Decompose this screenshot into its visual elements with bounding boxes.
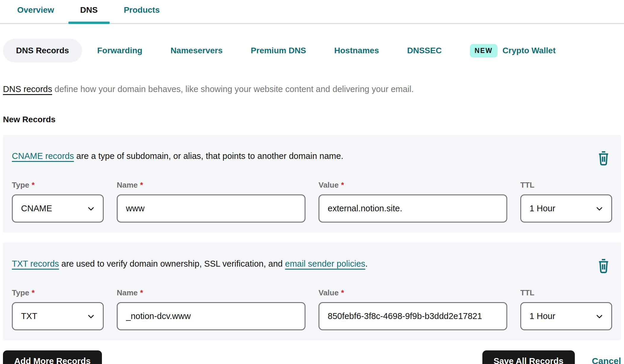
name-input[interactable] xyxy=(117,194,305,223)
dns-intro-text: DNS records define how your domain behav… xyxy=(3,84,624,94)
new-badge: NEW xyxy=(470,44,497,57)
trash-icon xyxy=(597,258,610,274)
subnav-item-forwarding[interactable]: Forwarding xyxy=(97,46,142,55)
ttl-select-value: 1 Hour xyxy=(529,311,555,321)
txt-description-period: . xyxy=(365,259,368,268)
trash-icon xyxy=(597,150,610,166)
txt-records-link[interactable]: TXT records xyxy=(12,259,59,268)
value-label: Value* xyxy=(319,181,507,190)
tab-dns[interactable]: DNS xyxy=(67,0,111,23)
form-actions: Add More Records Save All Records Cancel xyxy=(3,350,621,364)
dns-subnav: DNS Records Forwarding Nameservers Premi… xyxy=(3,39,624,62)
subnav-item-crypto-wallet-label: Crypto Wallet xyxy=(503,46,556,55)
type-label: Type* xyxy=(12,288,104,297)
cancel-button[interactable]: Cancel xyxy=(592,356,621,364)
dns-intro-rest: define how your domain behaves, like sho… xyxy=(52,84,414,94)
required-marker: * xyxy=(32,181,35,189)
type-select-value: CNAME xyxy=(21,204,52,213)
ttl-label: TTL xyxy=(520,181,612,190)
ttl-label: TTL xyxy=(520,288,612,297)
add-more-records-button[interactable]: Add More Records xyxy=(3,350,102,364)
subnav-item-premium-dns[interactable]: Premium DNS xyxy=(251,46,306,55)
subnav-item-hostnames[interactable]: Hostnames xyxy=(334,46,379,55)
record-card-txt: TXT records are used to verify domain ow… xyxy=(3,243,621,340)
type-select[interactable]: TXT xyxy=(12,302,104,330)
value-input[interactable] xyxy=(319,194,507,223)
required-marker: * xyxy=(32,288,35,297)
delete-record-button[interactable] xyxy=(597,258,610,274)
chevron-down-icon xyxy=(595,312,604,321)
txt-description: TXT records are used to verify domain ow… xyxy=(12,257,368,270)
chevron-down-icon xyxy=(86,312,96,321)
type-select-value: TXT xyxy=(21,311,37,321)
required-marker: * xyxy=(341,181,344,189)
name-label: Name* xyxy=(117,288,305,297)
txt-description-text: are used to verify domain ownership, SSL… xyxy=(59,259,285,268)
new-records-heading: New Records xyxy=(3,115,624,124)
subnav-item-dnssec[interactable]: DNSSEC xyxy=(407,46,442,55)
dns-records-help-link[interactable]: DNS records xyxy=(3,84,52,94)
tab-overview[interactable]: Overview xyxy=(4,0,67,23)
chevron-down-icon xyxy=(595,204,604,213)
cname-records-link[interactable]: CNAME records xyxy=(12,151,74,161)
delete-record-button[interactable] xyxy=(597,150,610,166)
chevron-down-icon xyxy=(86,204,96,213)
subnav-item-crypto-wallet[interactable]: NEW Crypto Wallet xyxy=(470,44,556,57)
save-all-records-button[interactable]: Save All Records xyxy=(482,350,575,364)
cname-description-text: are a type of subdomain, or alias, that … xyxy=(74,151,343,161)
required-marker: * xyxy=(140,288,143,297)
name-input[interactable] xyxy=(117,302,305,330)
required-marker: * xyxy=(341,288,344,297)
type-label: Type* xyxy=(12,181,104,190)
record-card-cname: CNAME records are a type of subdomain, o… xyxy=(3,135,621,233)
cname-description: CNAME records are a type of subdomain, o… xyxy=(12,150,343,162)
ttl-select-value: 1 Hour xyxy=(529,204,555,213)
value-input[interactable] xyxy=(319,302,507,330)
ttl-select[interactable]: 1 Hour xyxy=(520,194,612,223)
subnav-item-nameservers[interactable]: Nameservers xyxy=(170,46,223,55)
tab-products[interactable]: Products xyxy=(111,0,173,23)
subnav-item-dns-records[interactable]: DNS Records xyxy=(3,39,82,62)
name-label: Name* xyxy=(117,181,305,190)
required-marker: * xyxy=(140,181,143,189)
value-label: Value* xyxy=(319,288,507,297)
type-select[interactable]: CNAME xyxy=(12,194,104,223)
ttl-select[interactable]: 1 Hour xyxy=(520,302,612,330)
email-sender-policies-link[interactable]: email sender policies xyxy=(285,259,365,268)
domain-tab-bar: Overview DNS Products xyxy=(0,0,624,24)
